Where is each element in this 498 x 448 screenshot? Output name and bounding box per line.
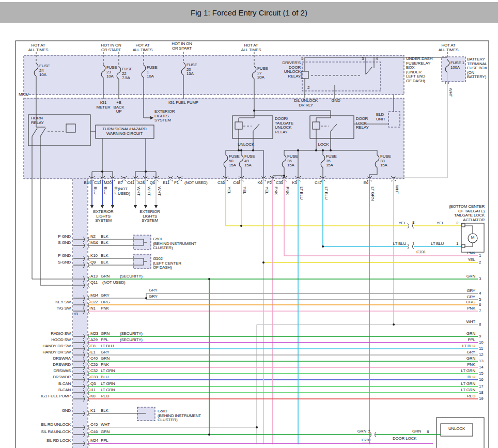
diagram-label: DOOR LOCK — [393, 437, 416, 441]
diagram-label: UNLOCK — [238, 143, 254, 147]
pin-id: C33 — [90, 375, 98, 380]
junction-dot — [208, 434, 210, 436]
diagram-label: YEL — [227, 187, 231, 194]
junction-dot — [322, 245, 324, 248]
row-label: B-CAN — [58, 388, 71, 393]
diagram-label: F1 — [174, 181, 179, 186]
diagram-label: UNDER-DASH FUSE/RELAY BOX (UNDER LEFT EN… — [406, 57, 432, 84]
diagram-label: DRIVER'S DOOR UNLOCK RELAY — [283, 61, 301, 79]
diagram-label: 8 — [427, 430, 429, 435]
pin-id: M16 — [90, 241, 98, 245]
row-label: RADIO SW — [51, 332, 71, 336]
wire-color-label: LT GRN — [101, 388, 115, 393]
diagram-label: WHT — [395, 185, 399, 194]
diagram-label: K6 — [258, 181, 262, 186]
diagram-label: HORN RELAY — [31, 116, 44, 125]
junction-dot — [240, 149, 242, 151]
diagram-label: LT BLU — [299, 187, 303, 199]
junction-dot — [322, 149, 324, 151]
diagram-label: DOOR LOCK RELAY — [356, 117, 369, 130]
pin-id: K8 — [90, 394, 95, 399]
diagram-label: 1 — [456, 242, 458, 246]
wire-color-label: LT GRN — [461, 388, 475, 393]
diagram-label: IG1 METER — [96, 101, 110, 110]
diagram-label: E11 — [163, 181, 169, 186]
pin-id: Q3 — [90, 382, 96, 387]
junction-dot — [240, 225, 242, 227]
junction-dot — [145, 171, 147, 173]
diagram-label: FUSE 23 10A — [106, 66, 117, 79]
component-box — [462, 244, 465, 248]
arrow-down-icon — [134, 205, 137, 209]
diagram-label: 2 — [307, 86, 309, 90]
wiring-diagram: HOT AT ALL TIMESHOT IN ON OR STARTHOT AT… — [0, 0, 498, 448]
wire-color-label: GRN — [466, 332, 475, 336]
diagram-label: (NOT USED) — [184, 181, 208, 186]
diagram-label: GRN — [412, 429, 421, 434]
diagram-label: HOT AT ALL TIMES — [133, 43, 153, 52]
diagram-label: IG1 FUEL PUMP — [168, 101, 198, 105]
diagram-label: ELD UNIT — [376, 113, 385, 121]
diagram-label: TURN SIGNAL/HAZARD WARNING CIRCUIT — [102, 127, 146, 136]
junction-dot — [145, 297, 147, 299]
pin-id: E8 — [90, 344, 95, 349]
diagram-label: GRY — [149, 295, 158, 299]
diagram-label: F2 — [267, 181, 272, 186]
diagram-label: M20 — [104, 181, 112, 186]
wire-color-label: LT GRN — [461, 382, 475, 387]
diagram-label: PNK — [285, 187, 289, 195]
row-label: S-GND — [58, 241, 71, 245]
row-note: (SECURITY) — [120, 332, 143, 336]
diagram-label: YEL — [264, 187, 269, 194]
diagram-label: 4 — [376, 57, 378, 61]
wire-color-label: ORG — [466, 300, 475, 305]
arrow-down-icon — [144, 205, 147, 209]
wire-color-label: GRY — [101, 293, 110, 298]
connector-number: 14 — [479, 365, 484, 370]
row-note: (SECURITY) — [120, 338, 143, 343]
row-label: B-CAN — [58, 382, 71, 387]
wire-color-label: PNK — [467, 251, 475, 256]
diagram-label: BLU — [114, 187, 118, 194]
wire-color-label: BLK — [101, 241, 108, 245]
diagram-label: FUSE 38 15A — [380, 155, 391, 168]
diagram-label: M — [471, 236, 474, 240]
diagram-label: LOCK — [318, 143, 329, 147]
connector-number: 9 — [479, 334, 481, 339]
wire-color-label: LT GRN — [101, 369, 115, 374]
diagram-label: LT BLU — [324, 187, 328, 199]
diagram-label: BATTERY TERMINAL FUSE BOX (ON BATTERY) — [467, 57, 487, 80]
pin-id: A13 — [90, 274, 98, 279]
diagram-label: WHT — [147, 187, 151, 196]
wire-color-label: GRN — [466, 274, 475, 279]
component-box — [388, 112, 400, 127]
diagram-label: FUSE 22 7.5A — [122, 67, 133, 81]
row-label: DRSWRA — [53, 357, 71, 361]
connector-number: 4 — [479, 291, 481, 296]
row-label: HANDY DR SW — [42, 344, 71, 349]
connector-number: 7 — [479, 309, 481, 314]
wire-color-label: PNK — [467, 306, 475, 311]
diagram-label: LT BLU — [431, 242, 444, 246]
connector-number: 8 — [479, 322, 481, 327]
row-label: S-GND — [58, 260, 71, 265]
diagram-label: YEL — [398, 221, 406, 226]
wire-color-label: GRY — [466, 289, 475, 293]
diagram-label: FUSE 27 30A — [257, 67, 268, 80]
row-label: IG1 FUEL PUMP — [41, 394, 71, 399]
arrow-down-icon — [154, 205, 158, 209]
diagram-label: C781 — [362, 438, 371, 443]
connector-number: 12 — [479, 353, 484, 358]
pin-id: K10 — [90, 254, 98, 258]
junction-dot — [252, 149, 254, 151]
row-note: (NOT USED) — [102, 281, 126, 285]
connector-number: 10 — [479, 341, 484, 345]
row-label: SIL RD LOCK — [46, 439, 71, 443]
pin-id: N2 — [90, 235, 96, 239]
row-label: DRSWRD — [53, 363, 71, 367]
diagram-label: K5 — [292, 181, 297, 186]
pin-id: M34 — [90, 293, 98, 298]
connector-number: 18 — [479, 391, 484, 395]
component-box — [462, 224, 465, 227]
row-label: DRSWAS — [53, 369, 71, 374]
